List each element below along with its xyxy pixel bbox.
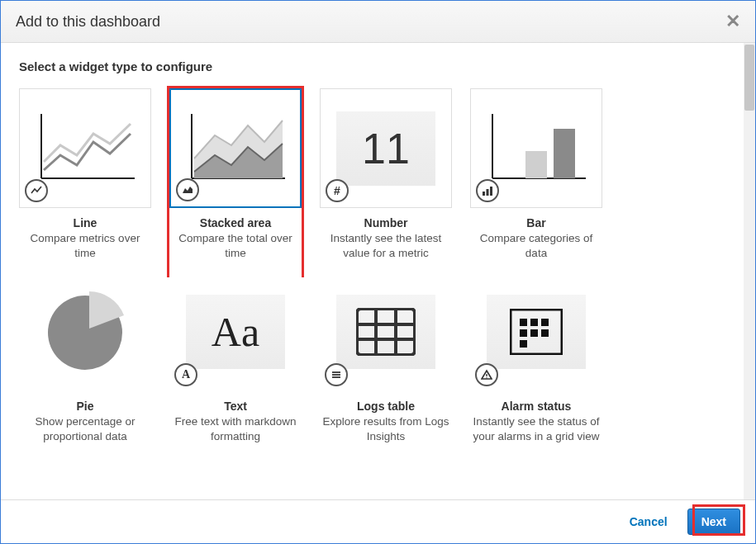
- widget-tile-logs-table[interactable]: [320, 272, 452, 391]
- widget-option-pie: Pie Show percentage or proportional data: [19, 272, 151, 443]
- widget-desc: Instantly see the latest value for a met…: [320, 231, 452, 260]
- widget-label-bar: Bar Compare categories of data: [470, 216, 602, 260]
- logs-table-preview: [336, 295, 435, 369]
- widget-name: Alarm status: [470, 400, 602, 413]
- alarm-icon: [475, 363, 498, 386]
- add-widget-modal: Add to this dashboard ✕ Select a widget …: [0, 0, 756, 544]
- svg-rect-13: [490, 187, 492, 196]
- area-chart-preview: [182, 106, 289, 192]
- svg-rect-9: [525, 151, 547, 178]
- widget-option-line: Line Compare metrics over time: [19, 88, 151, 260]
- widget-label-pie: Pie Show percentage or proportional data: [19, 400, 151, 443]
- widget-tile-pie[interactable]: [19, 272, 151, 391]
- close-icon[interactable]: ✕: [725, 12, 740, 31]
- list-icon: [325, 363, 348, 386]
- widget-option-alarm-status: Alarm status Instantly see the status of…: [470, 272, 602, 443]
- pie-chart-preview: [40, 285, 131, 379]
- svg-rect-25: [530, 319, 538, 326]
- line-chart-preview: [31, 106, 139, 192]
- svg-rect-10: [554, 129, 575, 178]
- widget-name: Number: [320, 216, 452, 229]
- widget-label-stacked-area: Stacked area Compare the total over time: [169, 216, 302, 260]
- modal-footer: Cancel Next: [1, 499, 755, 543]
- svg-rect-24: [520, 319, 527, 326]
- widget-option-stacked-area: Stacked area Compare the total over time: [169, 88, 302, 260]
- scrollbar-track[interactable]: [744, 43, 755, 499]
- widget-desc: Show percentage or proportional data: [19, 414, 151, 443]
- text-icon: A: [174, 363, 197, 386]
- modal-title: Add to this dashboard: [16, 13, 160, 31]
- svg-marker-6: [183, 187, 193, 193]
- widget-tile-alarm-status[interactable]: [470, 272, 602, 391]
- next-button[interactable]: Next: [687, 509, 740, 535]
- widget-desc: Instantly see the status of your alarms …: [470, 414, 602, 443]
- widget-label-alarm-status: Alarm status Instantly see the status of…: [470, 400, 602, 443]
- svg-rect-26: [541, 319, 549, 326]
- widget-tile-text[interactable]: Aa A: [169, 272, 302, 391]
- widget-option-number: 11 # Number Instantly see the latest val…: [320, 88, 452, 260]
- line-chart-icon: [25, 179, 48, 202]
- svg-rect-27: [520, 329, 527, 337]
- widget-tile-bar[interactable]: [470, 88, 602, 208]
- widget-label-text: Text Free text with markdown formatting: [169, 400, 302, 443]
- number-preview: 11: [336, 111, 435, 186]
- widget-desc: Compare the total over time: [169, 231, 302, 260]
- widget-name: Stacked area: [169, 216, 302, 229]
- widget-name: Pie: [19, 400, 151, 413]
- widget-tile-stacked-area[interactable]: [169, 88, 302, 208]
- section-title: Select a widget type to configure: [19, 59, 737, 73]
- widget-label-line: Line Compare metrics over time: [19, 216, 151, 260]
- widget-tile-number[interactable]: 11 #: [320, 88, 452, 208]
- cancel-button[interactable]: Cancel: [625, 514, 673, 529]
- text-sample: Aa: [212, 308, 259, 356]
- text-preview: Aa: [186, 295, 285, 369]
- svg-rect-29: [541, 329, 549, 337]
- widget-name: Line: [19, 216, 151, 229]
- widget-desc: Compare metrics over time: [19, 231, 151, 260]
- widget-name: Text: [169, 400, 302, 413]
- widget-label-number: Number Instantly see the latest value fo…: [320, 216, 452, 260]
- svg-point-33: [486, 377, 487, 378]
- alarm-grid-preview: [487, 295, 586, 369]
- widget-desc: Compare categories of data: [470, 231, 602, 260]
- widget-grid: Line Compare metrics over time: [19, 88, 737, 443]
- widget-desc: Explore results from Logs Insights: [320, 414, 452, 443]
- widget-label-logs-table: Logs table Explore results from Logs Ins…: [320, 400, 452, 443]
- svg-rect-15: [357, 309, 415, 355]
- widget-option-text: Aa A Text Free text with markdown format…: [169, 272, 302, 443]
- scrollbar-thumb[interactable]: [744, 45, 754, 111]
- bar-chart-preview: [483, 106, 590, 192]
- bar-chart-icon: [476, 179, 499, 202]
- svg-rect-28: [530, 329, 538, 337]
- widget-name: Logs table: [320, 400, 452, 413]
- hash-icon: #: [326, 179, 349, 202]
- modal-body: Select a widget type to configure: [1, 43, 755, 499]
- number-sample: 11: [362, 124, 410, 173]
- svg-rect-12: [487, 189, 489, 196]
- svg-rect-11: [483, 192, 485, 196]
- widget-name: Bar: [470, 216, 602, 229]
- widget-desc: Free text with markdown formatting: [169, 414, 302, 443]
- widget-option-logs-table: Logs table Explore results from Logs Ins…: [320, 272, 452, 443]
- modal-header: Add to this dashboard ✕: [1, 1, 755, 43]
- area-chart-icon: [176, 178, 199, 201]
- widget-option-bar: Bar Compare categories of data: [470, 88, 602, 260]
- svg-rect-30: [520, 340, 527, 348]
- widget-tile-line[interactable]: [19, 88, 151, 208]
